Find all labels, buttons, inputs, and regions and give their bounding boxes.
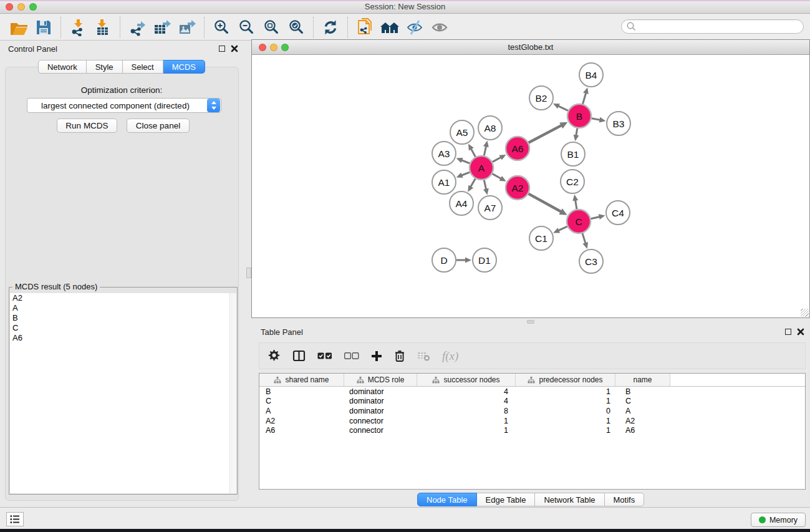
graph-node-label-C: C	[575, 216, 582, 227]
show-task-history-button[interactable]	[6, 512, 24, 526]
tab-select[interactable]: Select	[123, 60, 163, 74]
delete-table-icon[interactable]	[417, 347, 430, 365]
tab-mcds[interactable]: MCDS	[163, 60, 205, 74]
refresh-view-icon[interactable]	[318, 16, 343, 39]
column-header-mcds-role[interactable]: MCDS role	[344, 374, 417, 386]
tab-network-table[interactable]: Network Table	[535, 493, 604, 506]
first-neighbors-icon[interactable]	[377, 16, 402, 39]
search-field[interactable]	[621, 19, 804, 34]
graph-edge-C-C4[interactable]	[591, 217, 600, 219]
horizontal-splitter-grip[interactable]	[527, 320, 534, 324]
table-settings-gear-icon[interactable]	[268, 347, 281, 365]
graph-edge-A-A5[interactable]	[471, 148, 475, 157]
graph-edge-arrowhead	[572, 195, 578, 201]
graph-edge-B-B3[interactable]	[592, 118, 600, 120]
graph-node-label-C3: C3	[585, 256, 597, 267]
tab-style[interactable]: Style	[87, 60, 123, 74]
table-header: shared name MCDS role successor nodes pr…	[259, 374, 805, 387]
export-table-icon[interactable]	[150, 16, 175, 39]
zoom-in-icon[interactable]	[209, 16, 234, 39]
list-item[interactable]: A	[10, 303, 236, 313]
close-panel-button[interactable]: Close panel	[127, 118, 190, 133]
new-network-from-selection-icon[interactable]	[352, 16, 377, 39]
graph-edge-A2-C[interactable]	[529, 194, 561, 212]
list-item[interactable]: A6	[10, 333, 236, 343]
graph-edge-C-C1[interactable]	[558, 226, 567, 230]
hide-selected-icon[interactable]	[402, 16, 427, 39]
show-all-icon[interactable]	[427, 16, 452, 39]
close-panel-icon[interactable]	[231, 45, 238, 52]
graph-edge-A-A8[interactable]	[484, 146, 486, 155]
list-item[interactable]: B	[10, 313, 236, 323]
hierarchy-icon	[357, 377, 364, 384]
import-network-icon[interactable]	[65, 16, 90, 39]
run-mcds-button[interactable]: Run MCDS	[57, 118, 117, 133]
graph-edge-B-B1[interactable]	[576, 128, 577, 136]
graph-edge-C-C2[interactable]	[576, 200, 577, 210]
vertical-splitter-grip[interactable]	[246, 268, 251, 278]
graph-edge-C-C3[interactable]	[582, 233, 586, 243]
save-session-icon[interactable]	[31, 16, 56, 39]
deselect-all-icon[interactable]	[344, 347, 359, 365]
window-resize-grip[interactable]	[801, 309, 809, 317]
graph-node-label-C4: C4	[612, 208, 624, 218]
table-row[interactable]: A2 connector 1 1 A2	[259, 416, 805, 426]
tab-node-table[interactable]: Node Table	[417, 493, 477, 506]
tab-motifs[interactable]: Motifs	[605, 493, 645, 506]
list-item[interactable]: C	[10, 323, 236, 333]
zoom-selected-icon[interactable]	[284, 16, 309, 39]
graph-edge-A-A6[interactable]	[493, 157, 501, 162]
close-table-panel-icon[interactable]	[797, 328, 804, 336]
graph-node-label-A2: A2	[512, 183, 524, 193]
column-header-name[interactable]: name	[615, 374, 670, 386]
table-row[interactable]: A dominator 8 0 A	[259, 406, 805, 416]
import-table-icon[interactable]	[90, 16, 115, 39]
toggle-columns-icon[interactable]	[292, 347, 306, 365]
graph-edge-B-B4[interactable]	[583, 93, 586, 104]
search-input[interactable]	[637, 22, 803, 31]
graph-edge-A-A7[interactable]	[484, 180, 486, 190]
table-row[interactable]: A6 connector 1 1 A6	[259, 425, 805, 435]
list-item[interactable]: A2	[10, 293, 236, 303]
add-column-icon[interactable]	[371, 347, 382, 365]
graph-edge-arrowhead	[599, 117, 606, 123]
float-panel-icon[interactable]	[219, 46, 225, 52]
graph-node-label-C2: C2	[566, 177, 579, 187]
status-bar: Memory	[0, 507, 810, 529]
network-window-titlebar[interactable]: testGlobe.txt	[252, 40, 809, 55]
table-row[interactable]: B dominator 4 1 B	[259, 387, 805, 397]
graph-edge-A-A4[interactable]	[471, 178, 476, 186]
open-session-icon[interactable]	[6, 16, 31, 39]
mcds-result-title: MCDS result (5 nodes)	[12, 282, 100, 291]
application-window: Session: New Session	[0, 0, 810, 529]
network-canvas[interactable]: B4B2BB3A5A8A6B1A3AC2A1A2A4A7C4CC1C3DD1	[252, 55, 809, 317]
zoom-out-icon[interactable]	[234, 16, 259, 39]
graph-edge-B-B2[interactable]	[558, 106, 568, 111]
function-builder-icon[interactable]: f(x)	[442, 347, 458, 365]
graph-edge-A6-B[interactable]	[529, 125, 562, 143]
select-all-icon[interactable]	[317, 347, 332, 365]
tab-network[interactable]: Network	[38, 60, 87, 74]
graph-edge-arrowhead	[456, 173, 463, 178]
export-network-icon[interactable]	[125, 16, 150, 39]
result-list-scrollbar[interactable]	[229, 293, 236, 493]
float-table-panel-icon[interactable]	[785, 329, 791, 335]
column-header-successor-nodes[interactable]: successor nodes	[417, 374, 516, 386]
column-header-shared-name[interactable]: shared name	[259, 374, 344, 386]
graph-edge-arrowhead	[599, 214, 605, 220]
graph-node-label-B3: B3	[613, 118, 625, 129]
export-image-icon[interactable]	[175, 16, 200, 39]
zoom-fit-icon[interactable]	[259, 16, 284, 39]
table-row[interactable]: C dominator 4 1 C	[259, 397, 805, 407]
tab-edge-table[interactable]: Edge Table	[477, 493, 536, 506]
graph-edge-A-A2[interactable]	[493, 174, 501, 179]
memory-button[interactable]: Memory	[751, 513, 806, 527]
graph-edge-arrowhead	[582, 242, 588, 249]
graph-edge-A-A1[interactable]	[461, 172, 470, 175]
criterion-dropdown[interactable]: largest connected component (directed)	[27, 98, 221, 113]
delete-column-icon[interactable]	[394, 347, 405, 365]
column-header-predecessor-nodes[interactable]: predecessor nodes	[516, 374, 615, 386]
graph-edge-A-A3[interactable]	[461, 160, 470, 163]
main-toolbar	[0, 14, 810, 41]
graph-node-label-A4: A4	[456, 198, 468, 209]
